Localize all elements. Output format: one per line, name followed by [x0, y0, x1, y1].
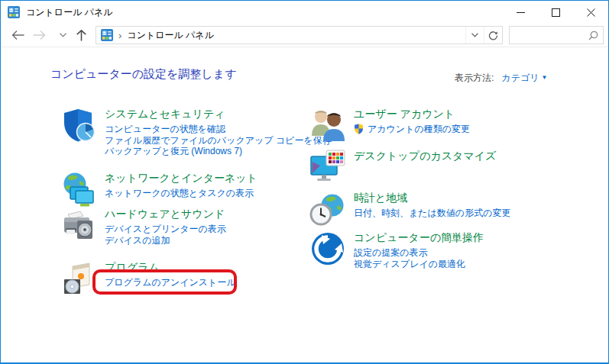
- task-link-backup-restore-windows7[interactable]: バックアップと復元 (Windows 7): [105, 146, 332, 157]
- up-arrow-icon: [76, 30, 86, 41]
- window-title: コントロール パネル: [26, 6, 113, 19]
- category-section-ease-of-access: コンピューターの簡単操作 設定の提案の表示 視覚ディスプレイの最適化: [309, 230, 554, 269]
- content-area: コンピューターの設定を調整します 表示方法:カテゴリ▼ システムとセキュリティ …: [1, 48, 608, 362]
- control-panel-icon: [8, 6, 20, 18]
- breadcrumb-root[interactable]: コントロール パネル: [127, 29, 214, 42]
- window-controls: [503, 1, 608, 24]
- minimize-button[interactable]: [503, 1, 538, 24]
- category-link-user-accounts[interactable]: ユーザー アカウント: [354, 108, 470, 121]
- ease-of-access-icon: [309, 230, 346, 267]
- breadcrumb-separator: ›: [118, 30, 121, 41]
- refresh-icon: [488, 31, 498, 40]
- category-section-user-accounts: ユーザー アカウント アカウントの種類の変更: [309, 107, 554, 143]
- task-link-view-devices-printers[interactable]: デバイスとプリンターの表示: [105, 224, 226, 235]
- maximize-button[interactable]: [538, 1, 573, 24]
- task-link-add-device[interactable]: デバイスの追加: [105, 235, 226, 246]
- category-link-programs[interactable]: プログラム: [105, 261, 236, 275]
- task-link-check-computer-status[interactable]: コンピューターの状態を確認: [105, 124, 332, 135]
- view-by-label: 表示方法:: [455, 72, 494, 83]
- category-section-network-internet: ネットワークとインターネット ネットワークの状態とタスクの表示: [60, 171, 305, 208]
- category-link-network-internet[interactable]: ネットワークとインターネット: [105, 172, 258, 185]
- page-heading: コンピューターの設定を調整します: [50, 67, 237, 82]
- task-link-label: アカウントの種類の変更: [368, 124, 470, 135]
- view-by: 表示方法:カテゴリ▼: [455, 72, 547, 85]
- category-section-personalization: デスクトップのカスタマイズ: [309, 149, 554, 185]
- task-link-file-history-backup[interactable]: ファイル履歴でファイルのバックアップ コピーを保存: [105, 135, 332, 147]
- chevron-down-icon: [471, 33, 478, 37]
- search-box[interactable]: [509, 26, 604, 44]
- printer-speaker-icon: [60, 207, 97, 243]
- monitor-palette-icon: [309, 149, 346, 185]
- category-link-personalization[interactable]: デスクトップのカスタマイズ: [354, 150, 496, 163]
- view-by-dropdown[interactable]: カテゴリ: [501, 72, 539, 83]
- category-link-clock-region[interactable]: 時計と地域: [354, 192, 510, 205]
- close-icon: [587, 8, 595, 17]
- maximize-icon: [552, 8, 560, 17]
- forward-button[interactable]: [28, 25, 50, 45]
- uac-shield-icon: [354, 124, 364, 134]
- category-section-programs: プログラム プログラムのアンインストール: [60, 260, 305, 297]
- category-link-hardware-sound[interactable]: ハードウェアとサウンド: [105, 208, 226, 221]
- task-link-uninstall-program[interactable]: プログラムのアンインストール: [105, 277, 236, 288]
- close-button[interactable]: [573, 1, 608, 24]
- clock-globe-icon: [309, 191, 346, 227]
- recent-locations-dropdown[interactable]: [54, 25, 71, 45]
- category-link-system-security[interactable]: システムとセキュリティ: [105, 108, 332, 121]
- task-link-optimize-visual-display[interactable]: 視覚ディスプレイの最適化: [354, 259, 484, 270]
- security-shield-icon: [60, 107, 97, 143]
- back-arrow-icon: [11, 31, 24, 40]
- back-button[interactable]: [7, 25, 28, 45]
- refresh-button[interactable]: [484, 27, 502, 43]
- category-section-hardware-sound: ハードウェアとサウンド デバイスとプリンターの表示 デバイスの追加: [60, 207, 305, 246]
- address-dropdown-button[interactable]: [465, 27, 484, 43]
- control-panel-icon: [101, 29, 113, 41]
- address-bar[interactable]: › コントロール パネル: [96, 26, 503, 44]
- control-panel-window: コントロール パネル: [0, 0, 609, 364]
- titlebar: コントロール パネル: [1, 1, 608, 24]
- task-link-change-date-time-formats[interactable]: 日付、時刻、または数値の形式の変更: [354, 208, 510, 219]
- chevron-down-icon: [60, 33, 66, 37]
- navigation-bar: › コントロール パネル: [1, 24, 608, 47]
- category-section-clock-region: 時計と地域 日付、時刻、または数値の形式の変更: [309, 191, 554, 227]
- up-button[interactable]: [71, 25, 91, 45]
- network-globe-icon: [60, 171, 97, 208]
- search-input[interactable]: [510, 27, 588, 43]
- task-link-suggested-settings[interactable]: 設定の提案の表示: [354, 247, 484, 259]
- two-users-icon: [309, 107, 346, 143]
- search-icon: [588, 31, 598, 40]
- task-link-view-network-status[interactable]: ネットワークの状態とタスクの表示: [105, 188, 258, 199]
- minimize-icon: [517, 8, 525, 17]
- software-box-cd-icon: [60, 260, 97, 297]
- caret-down-icon[interactable]: ▼: [541, 74, 547, 81]
- forward-arrow-icon: [33, 31, 46, 40]
- category-link-ease-of-access[interactable]: コンピューターの簡単操作: [354, 231, 484, 245]
- category-section-system-security: システムとセキュリティ コンピューターの状態を確認 ファイル履歴でファイルのバッ…: [60, 107, 305, 157]
- task-link-change-account-type[interactable]: アカウントの種類の変更: [354, 124, 470, 135]
